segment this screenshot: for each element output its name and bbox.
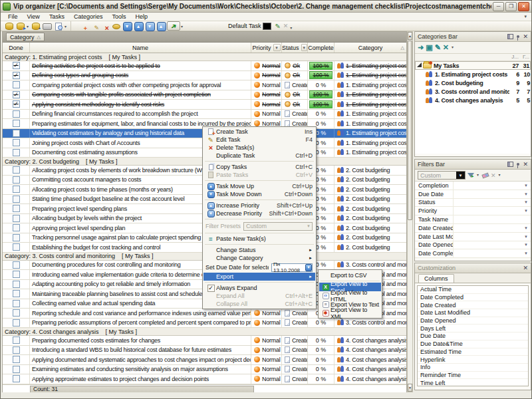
menu-item-edit-task[interactable]: ✎Edit TaskF4 <box>203 136 315 144</box>
task-row[interactable]: ✓Comparing costs with tangible profits a… <box>3 90 406 100</box>
chevron-down-icon[interactable]: ▼ <box>524 200 528 204</box>
chevron-down-icon[interactable]: ▼ <box>524 184 528 188</box>
done-checkbox[interactable] <box>13 356 20 363</box>
done-checkbox[interactable] <box>13 139 20 146</box>
chevron-down-icon[interactable]: ▼ <box>456 172 465 179</box>
done-checkbox[interactable] <box>13 300 20 307</box>
task-row[interactable]: Preparing periodic assumptions of percen… <box>3 319 406 329</box>
submenu-item-export-view-to-html[interactable]: ‹›Export View to HTML <box>319 291 381 300</box>
group-by-category-button[interactable]: Category △ <box>6 33 45 41</box>
chevron-down-icon[interactable]: ▼ <box>524 235 528 239</box>
done-checkbox[interactable] <box>13 186 20 193</box>
menu-item-file[interactable]: File <box>3 13 23 20</box>
done-checkbox[interactable] <box>13 319 20 327</box>
column-list-item[interactable]: Reminder Time <box>418 372 528 380</box>
menu-item-view[interactable]: View <box>23 13 45 20</box>
filter-row-due-date[interactable]: Due Date▼ <box>415 190 531 199</box>
menu-item-tasks[interactable]: Tasks <box>45 13 69 20</box>
menu-item-copy-tasks[interactable]: Copy TasksCtrl+C <box>203 163 315 171</box>
done-checkbox[interactable] <box>13 234 20 241</box>
done-checkbox[interactable] <box>13 149 20 156</box>
delete-filter-icon[interactable]: ✕ <box>491 172 496 179</box>
tab-columns[interactable]: Columns <box>418 274 454 283</box>
task-row[interactable]: Preparing documented costs estimates for… <box>3 336 406 346</box>
menu-item-create-task[interactable]: Create TaskIns <box>203 128 315 136</box>
filter-row-completion[interactable]: Completion▼ <box>415 182 531 190</box>
close-icon[interactable]: ✕ <box>523 265 528 271</box>
due-date-combo[interactable]: Пн 13.10.2008▼ <box>271 263 313 272</box>
clear-filter-icon[interactable] <box>481 172 489 178</box>
toolbar-overflow-icon[interactable]: ▾ <box>290 25 292 30</box>
task-row[interactable]: ✓Applying consistent methodology to iden… <box>3 100 406 110</box>
column-list-item[interactable]: Info <box>418 364 528 372</box>
status-filter-icon[interactable]: ▼ <box>301 44 307 51</box>
task-row[interactable]: Applying documented and systematic appro… <box>3 355 406 365</box>
filter-row-date-opened[interactable]: Date Opened▼ <box>415 241 531 250</box>
done-checkbox[interactable] <box>13 196 20 203</box>
task-row[interactable]: ✓Defining cost types and grouping costsN… <box>3 71 406 81</box>
column-header-complete[interactable]: Complete <box>308 43 334 53</box>
filter-row-status[interactable]: Status▼ <box>415 199 531 207</box>
column-list-item[interactable]: Days Left <box>418 325 528 332</box>
menu-item-task-move-up[interactable]: ▲Task Move UpCtrl+Up <box>203 182 315 190</box>
tree-expander-icon[interactable] <box>417 63 422 67</box>
close-button[interactable]: ✕ <box>518 2 529 11</box>
column-list-item[interactable]: Date Created <box>418 301 528 309</box>
default-task-color-swatch[interactable] <box>263 23 271 30</box>
minimize-button[interactable]: ─ <box>493 2 504 11</box>
done-checkbox[interactable] <box>13 366 20 373</box>
toolbar-overflow-icon[interactable]: ▾ <box>452 45 454 49</box>
done-checkbox[interactable] <box>13 375 20 382</box>
save-database-icon[interactable] <box>30 21 41 31</box>
done-checkbox[interactable]: ✓ <box>13 62 20 69</box>
menu-item-change-status[interactable]: Change Status► <box>203 246 315 254</box>
close-icon[interactable]: ✕ <box>523 33 528 40</box>
new-database-icon[interactable] <box>3 21 15 31</box>
tree-item-category[interactable]: 3. Costs control and monitoring77 <box>415 87 531 96</box>
done-checkbox[interactable] <box>13 261 20 269</box>
edit-task-icon[interactable] <box>88 21 99 31</box>
edit-default-task-icon[interactable]: ✎ <box>275 23 280 30</box>
column-header-priority[interactable]: Priority▼ <box>251 43 282 53</box>
delete-category-icon[interactable]: ✕ <box>443 43 449 52</box>
chevron-down-icon[interactable]: ▼ <box>524 192 528 196</box>
create-task-icon[interactable] <box>76 21 88 31</box>
filter-row-date-last-modified[interactable]: Date Last Modified▼ <box>415 233 531 241</box>
column-header-name[interactable]: Name <box>30 43 251 53</box>
chevron-down-icon[interactable]: ▾ <box>27 24 29 29</box>
reset-default-task-icon[interactable]: ✕ <box>283 23 289 29</box>
column-list-item[interactable]: Estimated Time <box>418 348 528 356</box>
column-list-item[interactable]: Due Date&Time <box>418 340 528 348</box>
column-list-item[interactable]: Date Last Modified <box>418 309 528 317</box>
task-row[interactable]: Defining financial circumstances require… <box>3 110 406 120</box>
pin-icon[interactable] <box>517 35 519 38</box>
done-checkbox[interactable] <box>13 271 20 278</box>
menu-item-categories[interactable]: Categories <box>69 13 108 20</box>
table-scrollbar[interactable]: ▲ ▼ <box>407 31 413 392</box>
add-subcategory-icon[interactable]: ▣ <box>426 43 432 52</box>
complete-task-icon[interactable] <box>167 21 180 31</box>
done-checkbox[interactable]: ✓ <box>13 91 20 98</box>
done-checkbox[interactable] <box>13 336 20 344</box>
chevron-down-icon[interactable]: ▼ <box>524 226 528 230</box>
filter-row-priority[interactable]: Priority▼ <box>415 207 531 215</box>
column-list-item[interactable]: Date Opened <box>418 317 528 325</box>
done-checkbox[interactable] <box>13 110 20 118</box>
menu-item-always-expand[interactable]: ✓Always Expand <box>203 284 315 292</box>
done-checkbox[interactable] <box>13 290 20 297</box>
menu-item-decrease-priority[interactable]: ▼Decrease PriorityShift+Ctrl+Down <box>203 209 315 217</box>
task-move-down-icon[interactable] <box>122 21 133 31</box>
column-list-item[interactable]: Due Date <box>418 332 528 340</box>
task-row[interactable]: Applying approximate estimates to projec… <box>3 374 406 384</box>
pin-icon[interactable] <box>517 163 519 166</box>
done-checkbox[interactable] <box>13 309 20 317</box>
tree-item-my-tasks[interactable]: My Tasks2731 <box>415 61 531 70</box>
done-checkbox[interactable]: ✓ <box>13 72 20 79</box>
menubar-overflow-icon[interactable]: ▾ <box>524 14 529 19</box>
menu-item-delete-task-s-[interactable]: ×Delete Task(s) <box>203 144 315 152</box>
filter-row-date-completed[interactable]: Date Completed▼ <box>415 249 531 258</box>
column-header-category[interactable]: Category△ <box>334 43 406 53</box>
column-list-item[interactable]: Actual Time <box>418 286 528 294</box>
column-list-item[interactable]: Time Left <box>418 379 528 386</box>
done-checkbox[interactable] <box>13 130 20 137</box>
